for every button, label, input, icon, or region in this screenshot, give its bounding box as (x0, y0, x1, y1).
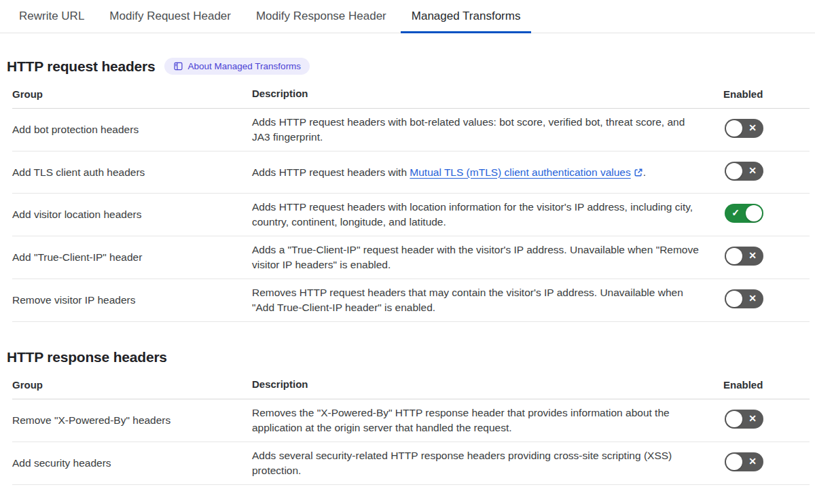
description-cell: Removes the "X-Powered-By" HTTP response… (252, 406, 723, 435)
response-headers-table: Group Description Enabled Remove "X-Powe… (12, 374, 810, 485)
toggle-off[interactable]: ✕ (725, 289, 763, 308)
enabled-cell: ✕ (723, 247, 810, 268)
http-request-headers-section: HTTP request headers About Managed Trans… (7, 58, 810, 322)
table-row: Add TLS client auth headersAdds HTTP req… (12, 151, 810, 194)
group-cell: Add TLS client auth headers (12, 166, 252, 179)
description-cell: Adds several security-related HTTP respo… (252, 448, 723, 478)
table-header-row: Group Description Enabled (12, 374, 810, 399)
group-cell: Remove visitor IP headers (12, 294, 252, 306)
group-cell: Add bot protection headers (12, 124, 252, 136)
external-link-icon (634, 168, 643, 177)
enabled-cell: ✕ (723, 452, 810, 474)
toggle-knob (726, 454, 742, 470)
toggle-off[interactable]: ✕ (725, 162, 763, 181)
toggle-off[interactable]: ✕ (725, 452, 763, 471)
toggle-on[interactable]: ✓ (725, 204, 763, 223)
toggle-knob (746, 205, 762, 221)
toggle-knob (726, 163, 742, 179)
description-cell: Adds HTTP request headers with location … (252, 200, 723, 230)
toggle-knob (726, 411, 742, 427)
description-cell: Adds a "True-Client-IP" request header w… (252, 242, 723, 272)
x-icon: ✕ (743, 289, 762, 308)
table-row: Remove "X-Powered-By" headersRemoves the… (12, 399, 810, 442)
section-title: HTTP request headers (7, 58, 156, 75)
column-header-enabled: Enabled (723, 88, 810, 100)
table-header-row: Group Description Enabled (12, 84, 810, 109)
book-icon (173, 61, 183, 71)
tab-modify-request-header[interactable]: Modify Request Header (98, 0, 242, 33)
table-row: Add bot protection headersAdds HTTP requ… (12, 109, 810, 151)
column-header-enabled: Enabled (723, 379, 810, 391)
toggle-off[interactable]: ✕ (725, 119, 763, 138)
description-cell: Adds HTTP request headers with bot-relat… (252, 115, 723, 145)
about-managed-transforms-badge[interactable]: About Managed Transforms (164, 58, 310, 75)
enabled-cell: ✕ (723, 289, 810, 311)
x-icon: ✕ (743, 247, 762, 266)
x-icon: ✕ (743, 410, 762, 429)
enabled-cell: ✕ (723, 119, 810, 141)
x-icon: ✕ (743, 452, 762, 471)
column-header-group: Group (12, 379, 252, 391)
toggle-knob (726, 120, 742, 137)
description-link[interactable]: Mutual TLS (mTLS) client authentication … (410, 166, 630, 178)
enabled-cell: ✕ (723, 162, 810, 183)
x-icon: ✕ (743, 119, 762, 138)
tab-rewrite-url[interactable]: Rewrite URL (8, 0, 95, 33)
section-header: HTTP request headers About Managed Trans… (7, 58, 810, 75)
group-cell: Remove "X-Powered-By" headers (12, 414, 252, 427)
tab-modify-response-header[interactable]: Modify Response Header (245, 0, 397, 33)
table-row: Add visitor location headersAdds HTTP re… (12, 194, 810, 236)
group-cell: Add security headers (12, 457, 252, 469)
description-cell: Removes HTTP request headers that may co… (252, 285, 723, 315)
group-cell: Add "True-Client-IP" header (12, 251, 252, 264)
tab-managed-transforms[interactable]: Managed Transforms (401, 0, 532, 33)
column-header-description: Description (252, 86, 723, 101)
x-icon: ✕ (743, 162, 762, 181)
table-row: Remove visitor IP headersRemoves HTTP re… (12, 279, 810, 322)
table-row: Add "True-Client-IP" headerAdds a "True-… (12, 236, 810, 279)
badge-label: About Managed Transforms (188, 62, 302, 71)
toggle-knob (726, 291, 742, 307)
group-cell: Add visitor location headers (12, 209, 252, 221)
toggle-off[interactable]: ✕ (725, 247, 763, 266)
http-response-headers-section: HTTP response headers Group Description … (7, 349, 810, 485)
section-title: HTTP response headers (7, 349, 167, 365)
column-header-description: Description (252, 377, 723, 392)
description-cell: Adds HTTP request headers with Mutual TL… (252, 165, 723, 180)
check-icon: ✓ (726, 204, 745, 223)
request-headers-table: Group Description Enabled Add bot protec… (12, 84, 810, 322)
section-header: HTTP response headers (7, 349, 810, 365)
toggle-off[interactable]: ✕ (725, 410, 763, 429)
enabled-cell: ✓ (723, 204, 810, 226)
tab-bar: Rewrite URLModify Request HeaderModify R… (0, 0, 815, 33)
column-header-group: Group (12, 88, 252, 100)
enabled-cell: ✕ (723, 410, 810, 431)
toggle-knob (726, 248, 742, 264)
table-row: Add security headersAdds several securit… (12, 442, 810, 485)
